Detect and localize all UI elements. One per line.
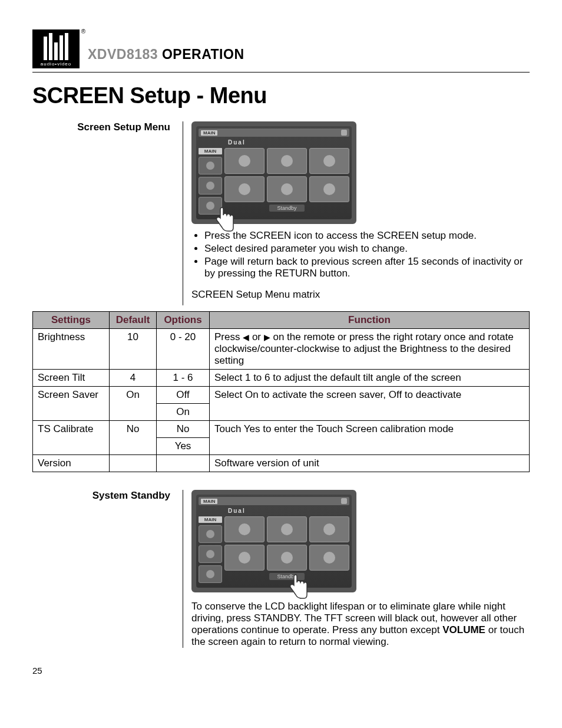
menu-tile-icon — [309, 176, 349, 202]
device-top-main-tag: MAIN — [201, 499, 217, 504]
standby-paragraph: To conserve the LCD backlight lifespan o… — [191, 601, 530, 648]
settings-matrix-table: Settings Default Options Function Bright… — [32, 311, 530, 472]
menu-tile-icon — [267, 176, 307, 202]
cell-options: Off — [157, 387, 210, 404]
table-row: Screen Tilt 4 1 - 6 Select 1 to 6 to adj… — [33, 370, 530, 387]
pointing-hand-icon — [211, 205, 235, 235]
bluetooth-icon — [341, 498, 347, 504]
list-item: Select desired parameter you wish to cha… — [204, 243, 530, 255]
logo-subtext: audio•video — [36, 61, 76, 67]
registered-mark: ® — [81, 28, 85, 35]
menu-tile-icon — [224, 176, 265, 202]
section-label-standby: System Standby — [32, 490, 174, 648]
table-row: Version Software version of unit — [33, 455, 530, 472]
model-number: XDVD8183 — [88, 47, 158, 62]
menu-tile-icon — [224, 545, 265, 571]
menu-tile-icon — [267, 545, 307, 571]
cell-function: Select On to activate the screen saver, … — [210, 387, 530, 421]
cell-options: 0 - 20 — [157, 329, 210, 370]
device-side-main-tag: MAIN — [199, 516, 222, 523]
volume-bold: VOLUME — [442, 624, 485, 635]
cell-default: 10 — [110, 329, 157, 370]
cell-setting: TS Calibrate — [33, 421, 110, 455]
side-button-icon — [199, 545, 222, 563]
list-item: Press the SCREEN icon to access the SCRE… — [204, 230, 530, 242]
menu-tile-icon — [309, 516, 349, 542]
cell-function: Press ◀ or ▶ on the remote or press the … — [210, 329, 530, 370]
section-label-screen-setup: Screen Setup Menu — [32, 121, 174, 305]
right-arrow-icon: ▶ — [264, 332, 270, 342]
table-row: Screen Saver On Off Select On to activat… — [33, 387, 530, 404]
cell-options: No — [157, 421, 210, 438]
manual-page: ® audio•video XDVD8183 OPERATION SCREEN … — [0, 0, 562, 693]
side-button-icon — [199, 525, 222, 543]
screen-setup-section: Screen Setup Menu MAIN Dual MAIN — [32, 121, 530, 305]
menu-tile-icon — [224, 516, 265, 542]
system-standby-section: System Standby MAIN Dual MAIN — [32, 490, 530, 648]
model-heading: XDVD8183 OPERATION — [88, 47, 244, 62]
table-row: Brightness 10 0 - 20 Press ◀ or ▶ on the… — [33, 329, 530, 370]
cell-setting: Screen Tilt — [33, 370, 110, 387]
cell-options: 1 - 6 — [157, 370, 210, 387]
device-screenshot: MAIN Dual MAIN — [191, 490, 356, 592]
cell-default: On — [110, 387, 157, 421]
side-button-icon — [199, 157, 222, 174]
brand-logo: ® audio•video — [32, 29, 80, 68]
col-options: Options — [157, 312, 210, 329]
device-screenshot: MAIN Dual MAIN — [191, 121, 356, 224]
device-side-main-tag: MAIN — [199, 148, 222, 154]
cell-default — [110, 455, 157, 472]
list-item: Page will return back to previous screen… — [204, 256, 530, 279]
header-divider — [32, 72, 530, 73]
cell-function: Touch Yes to enter the Touch Screen cali… — [210, 421, 530, 455]
side-button-icon — [199, 565, 222, 583]
cell-default: 4 — [110, 370, 157, 387]
page-header: ® audio•video XDVD8183 OPERATION — [32, 29, 530, 68]
cell-options — [157, 455, 210, 472]
page-title: SCREEN Setup - Menu — [32, 83, 530, 108]
left-arrow-icon: ◀ — [243, 332, 249, 342]
device-top-main-tag: MAIN — [201, 130, 217, 136]
pointing-hand-icon — [285, 572, 309, 602]
cell-default: No — [110, 421, 157, 455]
cell-setting: Screen Saver — [33, 387, 110, 421]
menu-tile-icon — [267, 516, 307, 542]
bluetooth-icon — [341, 130, 347, 136]
side-button-icon — [199, 177, 222, 195]
col-default: Default — [110, 312, 157, 329]
device-brand: Dual — [228, 139, 349, 146]
cell-setting: Version — [33, 455, 110, 472]
menu-tile-icon — [224, 148, 265, 174]
cell-function: Select 1 to 6 to adjust the default tilt… — [210, 370, 530, 387]
standby-label: Standby — [269, 205, 305, 212]
menu-tile-icon — [309, 545, 349, 571]
cell-function: Software version of unit — [210, 455, 530, 472]
matrix-caption: SCREEN Setup Menu matrix — [191, 289, 530, 301]
cell-options: Yes — [157, 438, 210, 455]
page-number: 25 — [32, 666, 530, 676]
table-row: TS Calibrate No No Touch Yes to enter th… — [33, 421, 530, 438]
section-body: MAIN Dual MAIN — [183, 490, 530, 648]
cell-setting: Brightness — [33, 329, 110, 370]
cell-options: On — [157, 404, 210, 421]
menu-tile-icon — [309, 148, 349, 174]
instruction-list: Press the SCREEN icon to access the SCRE… — [191, 230, 530, 279]
col-settings: Settings — [33, 312, 110, 329]
menu-tile-icon — [267, 148, 307, 174]
col-function: Function — [210, 312, 530, 329]
operation-word: OPERATION — [162, 47, 244, 62]
section-body: MAIN Dual MAIN — [183, 121, 530, 305]
device-brand: Dual — [228, 508, 349, 514]
